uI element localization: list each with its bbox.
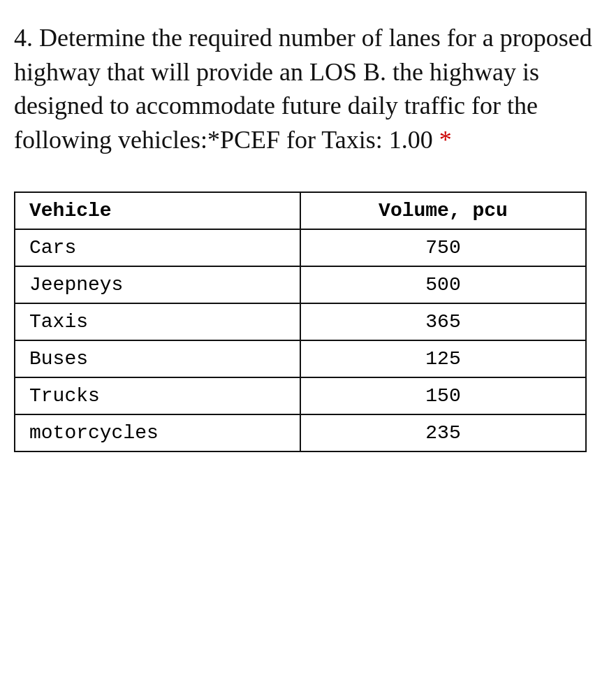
cell-vehicle: Jeepneys [15,266,300,303]
header-volume: Volume, pcu [300,192,586,229]
cell-vehicle: Taxis [15,303,300,340]
vehicle-volume-table: Vehicle Volume, pcu Cars750Jeepneys500Ta… [14,191,587,452]
data-table-container: Vehicle Volume, pcu Cars750Jeepneys500Ta… [14,191,595,452]
question-text: 4. Determine the required number of lane… [14,21,595,157]
header-vehicle: Vehicle [15,192,300,229]
cell-vehicle: Cars [15,229,300,266]
table-row: Cars750 [15,229,586,266]
table-header-row: Vehicle Volume, pcu [15,192,586,229]
cell-vehicle: Buses [15,340,300,377]
cell-vehicle: motorcycles [15,414,300,451]
cell-volume: 365 [300,303,586,340]
table-row: Trucks150 [15,377,586,414]
asterisk-marker: * [439,126,452,154]
cell-vehicle: Trucks [15,377,300,414]
cell-volume: 235 [300,414,586,451]
question-body: Determine the required number of lanes f… [14,24,592,154]
table-row: Buses125 [15,340,586,377]
cell-volume: 750 [300,229,586,266]
table-row: Jeepneys500 [15,266,586,303]
question-block: 4. Determine the required number of lane… [14,21,595,452]
question-number: 4. [14,24,33,52]
table-row: motorcycles235 [15,414,586,451]
cell-volume: 125 [300,340,586,377]
cell-volume: 150 [300,377,586,414]
cell-volume: 500 [300,266,586,303]
table-row: Taxis365 [15,303,586,340]
